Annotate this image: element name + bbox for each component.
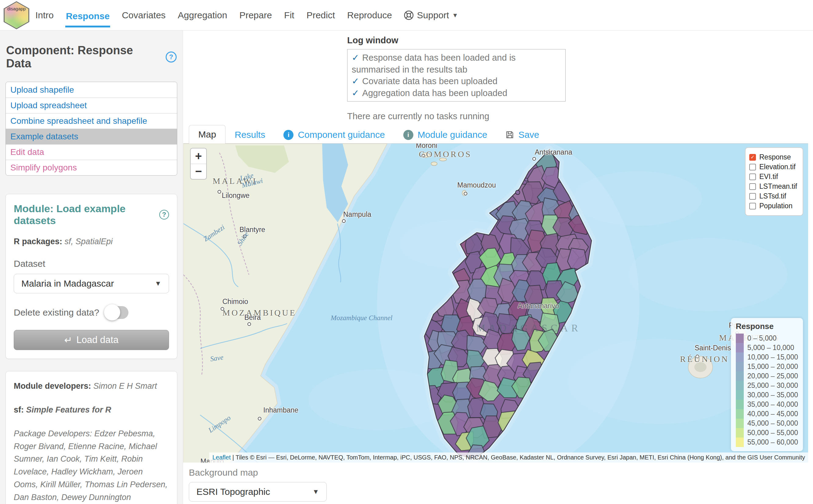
layers-control: ✓ResponseElevation.tifEVI.tifLSTmean.tif… <box>745 147 803 216</box>
tab-map[interactable]: Map <box>189 125 225 144</box>
zoom-in-button[interactable]: + <box>191 148 206 164</box>
package-heading: sf: Simple Features for R <box>14 404 169 416</box>
module-help-icon[interactable]: ? <box>159 210 169 220</box>
background-map-value: ESRI Topographic <box>196 487 270 497</box>
tab-label: Component guidance <box>298 130 385 140</box>
map-container[interactable]: MoroniCOMOROSMamoudzouAntsirananaMALAWIL… <box>183 143 808 463</box>
layer-label: Elevation.tif <box>759 163 796 171</box>
checkbox-icon <box>749 203 756 209</box>
legend-row: 45,000 – 50,000 <box>736 419 798 428</box>
basemap-canvas <box>183 144 808 463</box>
log-entry: ✓Aggregation data has been uploaded <box>352 87 561 99</box>
chevron-down-icon: ▼ <box>155 280 161 288</box>
check-icon: ✓ <box>352 76 359 86</box>
delete-toggle-label: Delete existing data? <box>14 307 99 318</box>
sidebar: Component: Response Data ? Upload shapef… <box>0 30 183 504</box>
nav-item-predict[interactable]: Predict <box>306 2 335 28</box>
legend-swatch <box>736 343 744 352</box>
layer-checkbox-response[interactable]: ✓Response <box>749 153 797 161</box>
tab-label: Results <box>234 130 265 140</box>
package-developers: Package Developers: Edzer Pebesma, Roger… <box>14 427 169 504</box>
tab-label: Map <box>198 129 216 140</box>
result-tabbar: MapResultsiComponent guidanceiModule gui… <box>189 125 549 144</box>
legend-swatch <box>736 428 744 438</box>
legend-swatch <box>736 371 744 381</box>
toggle-knob <box>104 304 120 320</box>
component-help-icon[interactable]: ? <box>166 52 177 63</box>
layer-checkbox-lstsd-tif[interactable]: LSTsd.tif <box>749 192 797 200</box>
legend-row: 10,000 – 15,000 <box>736 352 798 362</box>
tab-module-guidance[interactable]: iModule guidance <box>394 126 497 144</box>
background-map-section: Background map ESRI Topographic ▼ <box>189 467 327 502</box>
sidebar-item-simplify-polygons[interactable]: Simplify polygons <box>6 160 177 175</box>
sidebar-item-edit-data[interactable]: Edit data <box>6 144 177 160</box>
module-title: Module: Load example datasets ? <box>14 203 169 227</box>
layer-label: EVI.tif <box>759 173 778 181</box>
nav-item-aggregation[interactable]: Aggregation <box>177 2 228 28</box>
legend-title: Response <box>736 322 798 331</box>
legend-row: 35,000 – 40,000 <box>736 400 798 409</box>
check-icon: ✓ <box>352 88 359 98</box>
layer-checkbox-elevation-tif[interactable]: Elevation.tif <box>749 163 797 171</box>
main-panel: Log window ✓Response data has been loade… <box>183 30 813 504</box>
tab-component-guidance[interactable]: iComponent guidance <box>274 126 394 144</box>
legend-label: 20,000 – 25,000 <box>747 372 798 380</box>
legend-row: 15,000 – 20,000 <box>736 362 798 371</box>
dataset-label: Dataset <box>14 259 169 269</box>
legend-swatch <box>736 400 744 409</box>
legend-swatch <box>736 334 744 343</box>
legend-swatch <box>736 362 744 371</box>
sidebar-item-upload-shapefile[interactable]: Upload shapefile <box>6 82 177 98</box>
return-icon: ↵ <box>64 334 72 346</box>
map-attribution: Leaflet | Tiles © Esri — Esri, DeLorme, … <box>209 452 808 463</box>
sidebar-item-upload-spreadsheet[interactable]: Upload spreadsheet <box>6 98 177 113</box>
support-menu[interactable]: Support▼ <box>403 2 458 28</box>
nav-item-intro[interactable]: Intro <box>35 2 54 28</box>
checkbox-icon: ✓ <box>749 154 756 161</box>
layer-checkbox-evi-tif[interactable]: EVI.tif <box>749 173 797 181</box>
tab-results[interactable]: Results <box>225 126 274 144</box>
nav-item-response[interactable]: Response <box>65 3 110 27</box>
layer-checkbox-lstmean-tif[interactable]: LSTmean.tif <box>749 182 797 191</box>
tab-label: Save <box>518 130 539 140</box>
legend-row: 25,000 – 30,000 <box>736 381 798 390</box>
legend-label: 25,000 – 30,000 <box>747 381 798 390</box>
dataset-select[interactable]: Malaria in Madagascar ▼ <box>14 274 169 293</box>
sidebar-item-example-datasets[interactable]: Example datasets <box>6 129 177 144</box>
log-window: Log window ✓Response data has been loade… <box>347 35 566 130</box>
legend-row: 40,000 – 45,000 <box>736 409 798 419</box>
chevron-down-icon: ▼ <box>312 488 319 496</box>
legend-row: 50,000 – 55,000 <box>736 428 798 438</box>
delete-existing-toggle[interactable] <box>105 306 128 319</box>
load-data-button[interactable]: ↵ Load data <box>14 330 169 350</box>
nav-item-reproduce[interactable]: Reproduce <box>346 2 392 28</box>
zoom-out-button[interactable]: − <box>191 164 206 179</box>
map-legend: Response 0 – 5,0005,000 – 10,00010,000 –… <box>731 318 803 451</box>
legend-label: 45,000 – 50,000 <box>747 419 798 427</box>
main-nav: IntroResponseCovariatesAggregationPrepar… <box>35 0 458 30</box>
package-name: sf: <box>14 405 26 414</box>
nav-item-covariates[interactable]: Covariates <box>121 2 166 28</box>
nav-item-prepare[interactable]: Prepare <box>239 2 273 28</box>
sidebar-item-combine-spreadsheet-and-shapefile[interactable]: Combine spreadsheet and shapefile <box>6 113 177 129</box>
legend-swatch <box>736 390 744 400</box>
app-logo: disagapp <box>4 1 29 29</box>
checkbox-icon <box>749 193 756 200</box>
legend-label: 30,000 – 35,000 <box>747 391 798 399</box>
legend-swatch <box>736 352 744 362</box>
tab-label: Module guidance <box>418 130 488 140</box>
legend-row: 5,000 – 10,000 <box>736 343 798 352</box>
log-box: ✓Response data has been loaded and is su… <box>347 49 566 102</box>
layer-checkbox-population[interactable]: Population <box>749 202 797 210</box>
tab-save[interactable]: Save <box>496 126 548 144</box>
background-map-select[interactable]: ESRI Topographic ▼ <box>189 482 327 502</box>
r-packages-line: R packages: sf, SpatialEpi <box>14 237 169 246</box>
nav-item-fit[interactable]: Fit <box>283 2 295 28</box>
component-title-text: Component: Response Data <box>6 44 161 70</box>
legend-swatch <box>736 409 744 419</box>
legend-label: 35,000 – 40,000 <box>747 400 798 409</box>
legend-label: 0 – 5,000 <box>747 334 777 342</box>
leaflet-link[interactable]: Leaflet <box>212 454 231 461</box>
component-option-list: Upload shapefileUpload spreadsheetCombin… <box>5 82 177 176</box>
log-entry-text: Covariate data has been uploaded <box>362 76 497 86</box>
